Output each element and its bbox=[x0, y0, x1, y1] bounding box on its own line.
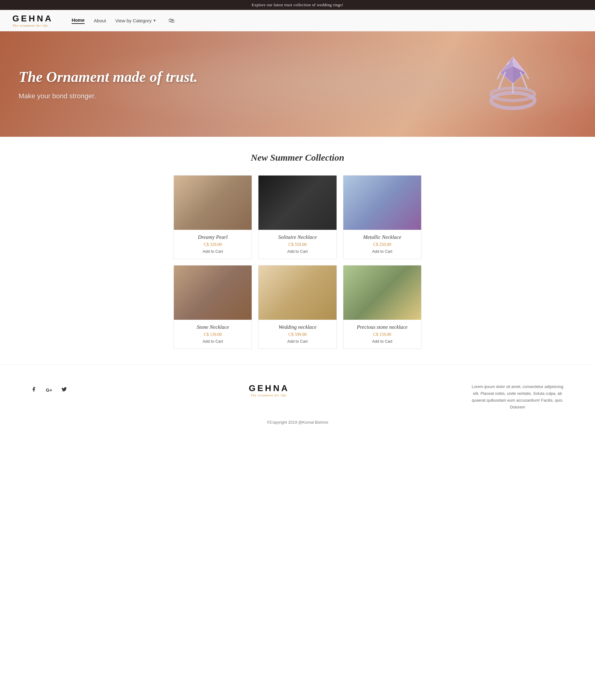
product-info-dreamy-pearl: Dreamy Pearl C$ 329.00 Add to Cart bbox=[174, 230, 252, 259]
product-info-metallic-necklace: Metallic Necklace C$ 250.00 Add to Cart bbox=[343, 230, 421, 259]
product-name-solitaire-necklace: Solitaire Necklace bbox=[261, 234, 333, 240]
collection-section: New Summer Collection Dreamy Pearl C$ 32… bbox=[0, 137, 595, 365]
logo-name: GEHNA bbox=[12, 14, 53, 24]
add-to-cart-stone-necklace[interactable]: Add to Cart bbox=[177, 339, 249, 344]
product-image-dreamy-pearl bbox=[174, 176, 252, 230]
chevron-down-icon: ▼ bbox=[153, 19, 156, 22]
product-image-wedding-necklace bbox=[258, 266, 336, 320]
copyright: ©Copyright 2019 @Komal Bishnoi bbox=[31, 411, 564, 431]
product-name-metallic-necklace: Metallic Necklace bbox=[346, 234, 418, 240]
hero-title: The Ornament made of trust. bbox=[19, 68, 197, 86]
product-name-dreamy-pearl: Dreamy Pearl bbox=[177, 234, 249, 240]
announcement-bar: Explore our latest trust collection of w… bbox=[0, 0, 595, 10]
product-card-stone-necklace: Stone Necklace C$ 139.00 Add to Cart bbox=[173, 265, 252, 349]
footer-logo-name: GEHNA bbox=[79, 383, 459, 393]
nav-home[interactable]: Home bbox=[72, 17, 85, 24]
products-grid: Dreamy Pearl C$ 329.00 Add to Cart Solit… bbox=[173, 175, 422, 349]
header: GEHNA The ornament for life. Home About … bbox=[0, 10, 595, 31]
footer-content: G+ GEHNA The ornament for life. Lorem ip… bbox=[31, 383, 564, 411]
add-to-cart-solitaire-necklace[interactable]: Add to Cart bbox=[261, 249, 333, 254]
product-price-solitaire-necklace: C$ 559.00 bbox=[261, 242, 333, 247]
product-price-wedding-necklace: C$ 599.00 bbox=[261, 332, 333, 337]
logo-block: GEHNA The ornament for life. bbox=[12, 14, 53, 27]
logo-tagline: The ornament for life. bbox=[12, 24, 53, 27]
product-card-metallic-necklace: Metallic Necklace C$ 250.00 Add to Cart bbox=[343, 175, 422, 259]
product-image-solitaire-necklace bbox=[258, 176, 336, 230]
facebook-icon[interactable] bbox=[31, 386, 36, 394]
product-card-precious-stone-necklace: Precious stone necklace C$ 159.00 Add to… bbox=[343, 265, 422, 349]
main-nav: Home About View by Category ▼ 🛍 bbox=[72, 17, 583, 24]
cart-icon[interactable]: 🛍 bbox=[169, 17, 175, 24]
add-to-cart-metallic-necklace[interactable]: Add to Cart bbox=[346, 249, 418, 254]
product-image-stone-necklace bbox=[174, 266, 252, 320]
footer: G+ GEHNA The ornament for life. Lorem ip… bbox=[0, 365, 595, 443]
product-info-precious-stone-necklace: Precious stone necklace C$ 159.00 Add to… bbox=[343, 320, 421, 349]
hero-banner: The Ornament made of trust. Make your bo… bbox=[0, 31, 595, 137]
nav-about[interactable]: About bbox=[94, 18, 106, 23]
product-price-metallic-necklace: C$ 250.00 bbox=[346, 242, 418, 247]
product-name-precious-stone-necklace: Precious stone necklace bbox=[346, 324, 418, 330]
nav-view-by-category[interactable]: View by Category ▼ bbox=[115, 18, 156, 23]
svg-line-10 bbox=[498, 73, 501, 79]
add-to-cart-dreamy-pearl[interactable]: Add to Cart bbox=[177, 249, 249, 254]
product-info-wedding-necklace: Wedding necklace C$ 599.00 Add to Cart bbox=[258, 320, 336, 349]
collection-title: New Summer Collection bbox=[31, 152, 564, 163]
product-info-solitaire-necklace: Solitaire Necklace C$ 559.00 Add to Cart bbox=[258, 230, 336, 259]
product-price-dreamy-pearl: C$ 329.00 bbox=[177, 242, 249, 247]
product-card-wedding-necklace: Wedding necklace C$ 599.00 Add to Cart bbox=[258, 265, 337, 349]
product-image-precious-stone-necklace bbox=[343, 266, 421, 320]
footer-logo-tagline: The ornament for life. bbox=[79, 393, 459, 397]
add-to-cart-precious-stone-necklace[interactable]: Add to Cart bbox=[346, 339, 418, 344]
product-price-precious-stone-necklace: C$ 159.00 bbox=[346, 332, 418, 337]
product-card-solitaire-necklace: Solitaire Necklace C$ 559.00 Add to Cart bbox=[258, 175, 337, 259]
hero-ring-image bbox=[477, 48, 548, 120]
footer-logo-block: GEHNA The ornament for life. bbox=[79, 383, 459, 397]
product-name-wedding-necklace: Wedding necklace bbox=[261, 324, 333, 330]
hero-subtitle: Make your bond stronger. bbox=[19, 92, 197, 100]
announcement-text: Explore our latest trust collection of w… bbox=[252, 2, 343, 7]
footer-description: Lorem ipsum dolor sit amet, consectetur … bbox=[471, 383, 564, 411]
product-card-dreamy-pearl: Dreamy Pearl C$ 329.00 Add to Cart bbox=[173, 175, 252, 259]
product-name-stone-necklace: Stone Necklace bbox=[177, 324, 249, 330]
twitter-icon[interactable] bbox=[61, 386, 67, 394]
hero-text-block: The Ornament made of trust. Make your bo… bbox=[0, 55, 216, 113]
add-to-cart-wedding-necklace[interactable]: Add to Cart bbox=[261, 339, 333, 344]
svg-line-11 bbox=[525, 73, 528, 79]
product-image-metallic-necklace bbox=[343, 176, 421, 230]
product-info-stone-necklace: Stone Necklace C$ 139.00 Add to Cart bbox=[174, 320, 252, 349]
product-price-stone-necklace: C$ 139.00 bbox=[177, 332, 249, 337]
footer-social: G+ bbox=[31, 383, 67, 394]
googleplus-icon[interactable]: G+ bbox=[46, 387, 52, 393]
